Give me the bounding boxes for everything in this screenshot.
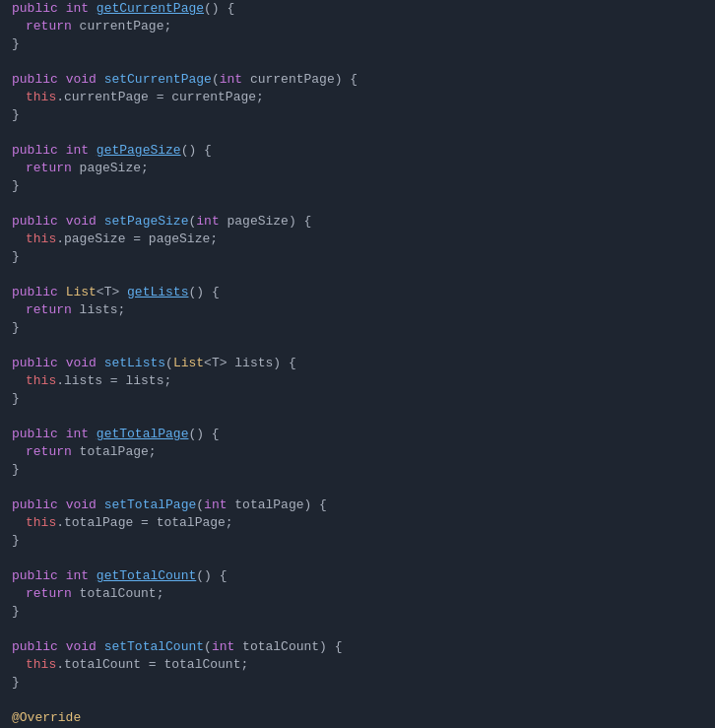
token: } bbox=[12, 249, 20, 264]
code-line bbox=[0, 195, 715, 213]
token: pageSize; bbox=[72, 161, 149, 175]
token: currentPage) { bbox=[242, 72, 358, 87]
code-text: } bbox=[4, 35, 715, 53]
code-text: public void setLists(List<T> lists) { bbox=[4, 355, 715, 372]
token: public bbox=[12, 1, 58, 16]
token: .currentPage = currentPage; bbox=[56, 90, 264, 104]
token: void bbox=[66, 356, 97, 370]
code-text: public void setTotalPage(int totalPage) … bbox=[4, 496, 715, 514]
token: int bbox=[66, 427, 89, 441]
token: return bbox=[26, 444, 72, 459]
token bbox=[97, 497, 104, 512]
token: currentPage; bbox=[72, 19, 171, 33]
token: totalPage; bbox=[72, 444, 157, 459]
code-line: } bbox=[0, 248, 715, 266]
code-text bbox=[4, 337, 715, 355]
code-line: } bbox=[0, 461, 715, 479]
code-text bbox=[4, 692, 715, 709]
code-line: public void setTotalCount(int totalCount… bbox=[0, 638, 715, 656]
code-line: this.totalCount = totalCount; bbox=[0, 656, 715, 674]
token bbox=[58, 497, 66, 512]
token: } bbox=[12, 533, 20, 548]
token: int bbox=[204, 497, 227, 512]
token: } bbox=[12, 604, 20, 619]
code-text: @Override bbox=[4, 709, 715, 727]
token: } bbox=[12, 36, 20, 51]
code-line: } bbox=[0, 106, 715, 124]
code-text: public int getPageSize() { bbox=[4, 142, 715, 160]
code-text: this.pageSize = pageSize; bbox=[4, 231, 715, 248]
code-text: } bbox=[4, 603, 715, 621]
token: this bbox=[26, 232, 56, 246]
token: getTotalPage bbox=[97, 427, 189, 441]
code-text: public List<T> getLists() { bbox=[4, 284, 715, 301]
token: return bbox=[26, 19, 72, 33]
token: setPageSize bbox=[104, 214, 189, 229]
token: int bbox=[196, 214, 219, 229]
code-text bbox=[4, 621, 715, 638]
code-text: this.lists = lists; bbox=[4, 372, 715, 390]
token: public bbox=[12, 285, 58, 299]
token: .totalCount = totalCount; bbox=[56, 657, 248, 672]
code-text: return pageSize; bbox=[4, 160, 715, 177]
token: void bbox=[66, 639, 97, 654]
token: public bbox=[12, 427, 58, 441]
token: () { bbox=[196, 568, 227, 583]
token: getCurrentPage bbox=[97, 1, 204, 16]
code-text bbox=[4, 53, 715, 71]
token bbox=[58, 1, 66, 16]
code-line: } bbox=[0, 532, 715, 550]
code-line: } bbox=[0, 177, 715, 195]
token: () { bbox=[188, 427, 219, 441]
token: ( bbox=[212, 72, 220, 87]
token bbox=[89, 427, 97, 441]
token: <T> bbox=[97, 285, 127, 299]
token: <T> lists) { bbox=[204, 356, 296, 370]
code-text bbox=[4, 550, 715, 567]
code-line: public int getTotalCount() { bbox=[0, 567, 715, 585]
code-line: public void setTotalPage(int totalPage) … bbox=[0, 496, 715, 514]
code-text bbox=[4, 479, 715, 496]
token: int bbox=[66, 143, 89, 158]
token bbox=[89, 143, 97, 158]
token: } bbox=[12, 320, 20, 335]
code-line: @Override bbox=[0, 709, 715, 727]
token: this bbox=[26, 90, 56, 104]
token bbox=[58, 568, 66, 583]
code-editor: public int getCurrentPage() {return curr… bbox=[0, 0, 715, 728]
code-line bbox=[0, 621, 715, 638]
code-text: } bbox=[4, 248, 715, 266]
code-text: } bbox=[4, 319, 715, 337]
token bbox=[89, 568, 97, 583]
code-line: public void setPageSize(int pageSize) { bbox=[0, 213, 715, 231]
token: ( bbox=[196, 497, 204, 512]
code-line: } bbox=[0, 603, 715, 621]
code-text: return currentPage; bbox=[4, 18, 715, 35]
code-line: return totalCount; bbox=[0, 585, 715, 603]
token: this bbox=[26, 657, 56, 672]
token: } bbox=[12, 178, 20, 193]
token: setTotalPage bbox=[104, 497, 197, 512]
code-line: } bbox=[0, 390, 715, 408]
token: getPageSize bbox=[97, 143, 181, 158]
code-line bbox=[0, 53, 715, 71]
token bbox=[58, 214, 66, 229]
code-text: } bbox=[4, 461, 715, 479]
code-line bbox=[0, 479, 715, 496]
token: List bbox=[66, 285, 97, 299]
token: public bbox=[12, 568, 58, 583]
token: getTotalCount bbox=[97, 568, 196, 583]
token: public bbox=[12, 143, 58, 158]
code-text: return totalPage; bbox=[4, 443, 715, 461]
token: () { bbox=[204, 1, 234, 16]
token bbox=[58, 143, 66, 158]
code-text bbox=[4, 195, 715, 213]
token: @Override bbox=[12, 710, 81, 725]
code-line: public void setLists(List<T> lists) { bbox=[0, 355, 715, 372]
code-text: } bbox=[4, 674, 715, 692]
token: return bbox=[26, 302, 72, 317]
code-line bbox=[0, 124, 715, 142]
code-text: return totalCount; bbox=[4, 585, 715, 603]
code-text: public void setTotalCount(int totalCount… bbox=[4, 638, 715, 656]
token: totalPage) { bbox=[228, 497, 327, 512]
